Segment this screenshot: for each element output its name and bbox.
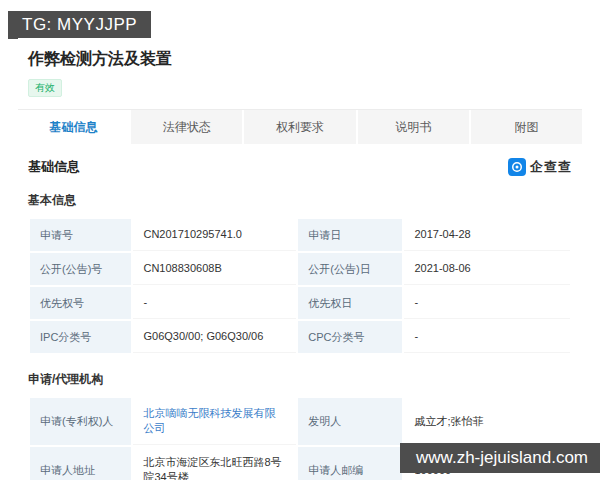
qichacha-logo-icon [508, 158, 526, 176]
field-value: CN108830608B [133, 253, 296, 285]
field-label: IPC分类号 [30, 321, 131, 353]
tab-description[interactable]: 说明书 [358, 110, 471, 144]
field-value: - [404, 321, 570, 353]
applicant-link[interactable]: 北京嘀嘀无限科技发展有限公司 [133, 398, 296, 445]
field-value: 戚立才;张怡菲 [404, 398, 570, 445]
field-value: 2021-08-06 [404, 253, 570, 285]
card-header: 作弊检测方法及装置 有效 [18, 38, 582, 97]
field-value: 北京市海淀区东北旺西路8号院34号楼 [133, 447, 296, 480]
watermark-top-bar: TG: MYYJJPP [8, 11, 151, 39]
tab-legal-status[interactable]: 法律状态 [131, 110, 244, 144]
patent-detail-page: TG: MYYJJPP 作弊检测方法及装置 有效 基础信息 法律状态 权利要求 … [0, 0, 600, 480]
table-row: 公开(公告)号 CN108830608B 公开(公告)日 2021-08-06 [30, 253, 570, 285]
tab-basic-info[interactable]: 基础信息 [18, 110, 131, 144]
tab-bar: 基础信息 法律状态 权利要求 说明书 附图 [18, 109, 582, 144]
table-row: IPC分类号 G06Q30/00; G06Q30/06 CPC分类号 - [30, 321, 570, 353]
basic-info-table: 申请号 CN201710295741.0 申请日 2017-04-28 公开(公… [28, 217, 572, 355]
table-row: 优先权号 - 优先权日 - [30, 287, 570, 319]
agency-info-heading: 申请/代理机构 [28, 371, 572, 388]
field-label: 申请人地址 [30, 447, 131, 480]
field-value: CN201710295741.0 [133, 219, 296, 251]
watermark-bottom-bar: www.zh-jejuisland.com [400, 443, 600, 473]
watermark-top-text: TG: MYYJJPP [22, 15, 137, 35]
field-label: 公开(公告)日 [298, 253, 402, 285]
table-row: 申请号 CN201710295741.0 申请日 2017-04-28 [30, 219, 570, 251]
status-badge: 有效 [28, 79, 62, 97]
watermark-bottom-text: www.zh-jejuisland.com [416, 448, 588, 468]
field-value: 2017-04-28 [404, 219, 570, 251]
field-label: CPC分类号 [298, 321, 402, 353]
field-label: 发明人 [298, 398, 402, 445]
field-label: 申请(专利权)人 [30, 398, 131, 445]
field-label: 公开(公告)号 [30, 253, 131, 285]
section-title: 基础信息 [28, 158, 80, 176]
patent-card: 作弊检测方法及装置 有效 基础信息 法律状态 权利要求 说明书 附图 基础信息 [18, 38, 582, 480]
tab-content: 基础信息 企查查 基本信息 申请号 CN [18, 144, 582, 480]
field-label: 优先权日 [298, 287, 402, 319]
brand-name: 企查查 [530, 158, 572, 176]
section-header: 基础信息 企查查 [28, 158, 572, 176]
page-title: 作弊检测方法及装置 [28, 48, 572, 70]
field-label: 优先权号 [30, 287, 131, 319]
field-label: 申请人邮编 [298, 447, 402, 480]
field-value: G06Q30/00; G06Q30/06 [133, 321, 296, 353]
field-value: - [133, 287, 296, 319]
brand-logo[interactable]: 企查查 [508, 158, 572, 176]
tab-claims[interactable]: 权利要求 [244, 110, 357, 144]
field-label: 申请日 [298, 219, 402, 251]
table-row: 申请(专利权)人 北京嘀嘀无限科技发展有限公司 发明人 戚立才;张怡菲 [30, 398, 570, 445]
field-label: 申请号 [30, 219, 131, 251]
field-value: - [404, 287, 570, 319]
basic-info-heading: 基本信息 [28, 192, 572, 209]
tab-drawings[interactable]: 附图 [471, 110, 582, 144]
